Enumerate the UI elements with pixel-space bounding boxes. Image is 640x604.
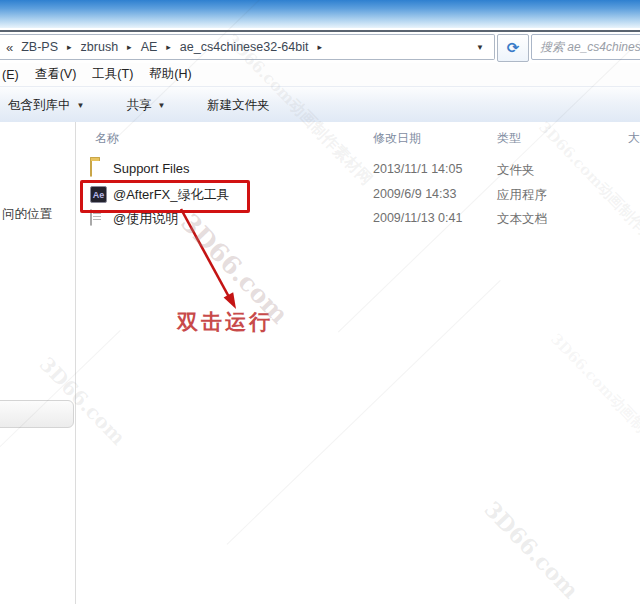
breadcrumb-collapse-chevrons[interactable]: « [0,40,19,55]
breadcrumb-item[interactable]: AE [139,40,160,54]
address-bar[interactable]: « ZB-PS ▸ zbrush ▸ AE ▸ ae_cs4chinese32-… [0,34,495,60]
search-box[interactable]: 搜索 ae_cs4chinese32-64bit [531,34,640,60]
annotation-highlight-box [80,180,250,213]
breadcrumb-separator-icon[interactable]: ▸ [159,42,178,52]
share-button[interactable]: 共享 ▼ [116,92,175,119]
breadcrumb-separator-icon[interactable]: ▸ [60,42,79,52]
file-type: 文本文档 [497,211,547,228]
column-header-size[interactable]: 大小 [628,130,640,147]
include-in-library-label: 包含到库中 [8,97,71,114]
file-type: 应用程序 [497,187,547,204]
share-label: 共享 [126,97,151,114]
chevron-down-icon: ▼ [77,101,85,110]
column-header-name[interactable]: 名称 [95,130,119,147]
column-header-date-modified[interactable]: 修改日期 [373,130,421,147]
column-header-type[interactable]: 类型 [497,130,521,147]
breadcrumb-item[interactable]: zbrush [79,40,121,54]
folder-icon [90,161,107,176]
file-row-support-files[interactable]: Support Files 2013/11/1 14:05 文件夹 [77,159,640,181]
column-header-row: 名称 修改日期 类型 大小 [77,126,640,150]
file-type: 文件夹 [497,162,535,179]
file-name[interactable]: Support Files [113,161,190,176]
include-in-library-button[interactable]: 包含到库中 ▼ [0,92,94,119]
menu-item-help[interactable]: 帮助(H) [141,64,199,85]
command-toolbar: 包含到库中 ▼ 共享 ▼ 新建文件夹 [0,86,640,124]
breadcrumb-item[interactable]: ae_cs4chinese32-64bit [178,40,311,54]
menu-bar: (E) 查看(V) 工具(T) 帮助(H) [0,63,640,86]
menu-item-tools[interactable]: 工具(T) [84,64,141,85]
refresh-icon: ⟳ [507,39,520,57]
file-date-modified: 2009/6/9 14:33 [373,187,456,201]
annotation-callout-text: 双击运行 [177,308,273,336]
explorer-window: « ZB-PS ▸ zbrush ▸ AE ▸ ae_cs4chinese32-… [0,0,640,604]
sidebar-item-recent-places-partial[interactable]: 问的位置 [2,206,52,223]
new-folder-label: 新建文件夹 [207,97,270,114]
search-placeholder: 搜索 ae_cs4chinese32-64bit [532,39,640,56]
breadcrumb-item[interactable]: ZB-PS [19,40,60,54]
window-titlebar [0,0,640,28]
breadcrumb-separator-icon[interactable]: ▸ [310,42,329,52]
breadcrumb-separator-icon[interactable]: ▸ [120,42,139,52]
address-row: « ZB-PS ▸ zbrush ▸ AE ▸ ae_cs4chinese32-… [0,32,640,62]
menu-item-view[interactable]: 查看(V) [27,64,85,85]
file-date-modified: 2009/11/13 0:41 [373,211,462,225]
chevron-down-icon: ▼ [157,101,165,110]
pane-divider[interactable] [75,122,76,604]
address-history-dropdown-icon[interactable]: ▼ [476,43,484,52]
navigation-pane: 问的位置 [0,122,75,604]
menu-item-edit-partial[interactable]: (E) [0,66,27,84]
new-folder-button[interactable]: 新建文件夹 [197,92,280,119]
sidebar-scroll-thumb[interactable] [0,400,74,428]
file-date-modified: 2013/11/1 14:05 [373,162,462,176]
refresh-button[interactable]: ⟳ [497,34,529,62]
